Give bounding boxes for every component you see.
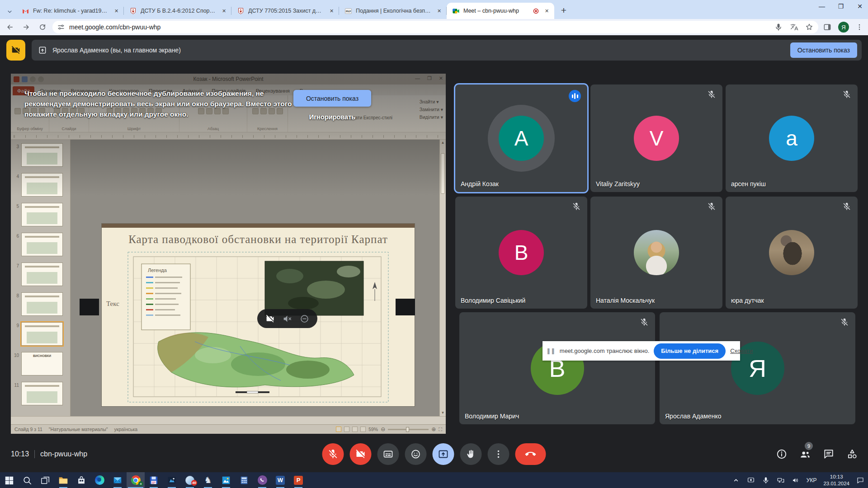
activities-button[interactable] (846, 448, 858, 460)
browser-tab[interactable]: Fw: Re: klimchuk - yarad1964@ ✕ (16, 3, 124, 19)
taskbar-mail-icon[interactable] (108, 472, 127, 488)
view-reading-icon[interactable] (352, 427, 358, 432)
participant-tile[interactable]: Я Ярослав Адаменко (660, 312, 855, 424)
address-bar[interactable]: meet.google.com/cbn-pwuu-whp (52, 21, 818, 33)
warning-ignore-button[interactable]: Игнорировать (293, 113, 371, 121)
browser-profile-avatar[interactable]: Я (838, 22, 849, 33)
slide-thumbnail[interactable]: 9 (13, 322, 67, 346)
maximize-button[interactable]: ❐ (837, 3, 844, 10)
voice-search-icon[interactable] (774, 23, 783, 32)
people-button[interactable]: 9 (799, 448, 811, 460)
participant-tile[interactable]: В Володимир Савіцький (455, 197, 587, 309)
zoom-slider[interactable] (388, 429, 429, 430)
participant-tile[interactable]: V Vitaliy Zaritskyy (590, 84, 722, 192)
participant-tile[interactable]: В Володимир Марич (459, 312, 655, 424)
browser-tab[interactable]: ДСТУ Б В.2.4-6:2012 Споруди ✕ (124, 3, 231, 19)
close-button[interactable]: ✕ (856, 3, 863, 10)
camera-off-icon[interactable] (265, 314, 275, 324)
vertical-scrollbar[interactable]: ▲▼ (439, 140, 446, 416)
pp-close-button[interactable]: ✕ (439, 75, 443, 81)
shared-screen-powerpoint[interactable]: Козак - Microsoft PowerPoint — ❐ ✕ ФайлО… (11, 74, 446, 434)
taskbar-word-icon[interactable]: W (271, 472, 289, 488)
browser-tab[interactable]: Meet – cbn-pwuu-whp ✕ (447, 3, 554, 19)
edit-command[interactable]: Замінити ▾ (420, 106, 443, 113)
taskbar-edge-icon[interactable] (90, 472, 108, 488)
reactions-button[interactable] (405, 443, 427, 465)
slide-thumbnails-panel[interactable]: 3 4 5 6 7 8 9 10 ВИСНОВКИ 11 (11, 140, 71, 416)
screen-record-tray-icon[interactable] (747, 476, 755, 484)
stop-sharing-button[interactable]: Більше не ділитися (654, 343, 726, 359)
horizontal-scrollbar[interactable] (11, 416, 446, 424)
tab-close-icon[interactable]: ✕ (328, 7, 335, 15)
stop-presenting-button[interactable]: Остановить показ (790, 42, 857, 58)
tray-expand-icon[interactable] (732, 476, 740, 484)
zoom-in-icon[interactable]: ⊕ (431, 426, 436, 432)
reload-icon[interactable] (36, 21, 49, 33)
side-panel-icon[interactable] (823, 23, 832, 32)
slide-thumbnail[interactable]: 6 (13, 233, 67, 256)
site-settings-icon[interactable] (57, 23, 65, 31)
view-sorter-icon[interactable] (344, 427, 349, 432)
meet-floating-controls[interactable] (257, 309, 317, 328)
remove-tile-icon[interactable] (300, 314, 309, 324)
browser-tab[interactable]: PKP Подання | Екологічна безпека ✕ (339, 3, 447, 19)
edit-command[interactable]: Знайти ▾ (420, 98, 443, 106)
forward-icon[interactable] (20, 21, 33, 33)
browser-tab[interactable]: ДСТУ 7705:2015 Захист довкіл. ✕ (231, 3, 339, 19)
language-indicator[interactable]: українська (114, 427, 138, 432)
action-center-icon[interactable] (856, 476, 864, 484)
end-call-button[interactable] (515, 443, 546, 465)
tab-close-icon[interactable]: ✕ (113, 7, 120, 15)
slide-thumbnail[interactable]: 10 ВИСНОВКИ (13, 352, 67, 375)
participant-tile[interactable]: А Андрій Козак (455, 84, 587, 192)
slide-thumbnail[interactable]: 11 (13, 382, 67, 405)
volume-off-icon[interactable] (283, 314, 292, 324)
participant-tile[interactable]: юра дутчак (726, 197, 858, 309)
minimize-button[interactable]: — (818, 3, 826, 10)
fit-slide-icon[interactable]: ⛶ (439, 427, 442, 432)
editing-commands[interactable]: Знайти ▾Замінити ▾Виділити ▾ (420, 98, 443, 121)
slide-thumbnail[interactable]: 4 (13, 173, 67, 197)
chat-button[interactable] (823, 448, 835, 460)
tab-search-icon[interactable] (3, 4, 16, 19)
taskbar-app-photos-icon[interactable] (217, 472, 235, 488)
taskbar-search-icon[interactable] (18, 472, 36, 488)
edit-command[interactable]: Виділити ▾ (420, 113, 443, 121)
microphone-tray-icon[interactable] (762, 476, 770, 484)
taskbar-app-floppy-icon[interactable] (145, 472, 163, 488)
slide-thumbnail[interactable]: 5 (13, 203, 67, 226)
taskbar-app-knight-icon[interactable]: ♞ (199, 472, 217, 488)
toast-hide-link[interactable]: Сховати (730, 347, 753, 354)
toast-drag-handle[interactable]: ❚❚ (546, 347, 555, 354)
mic-off-button[interactable] (322, 443, 344, 465)
raise-hand-button[interactable] (460, 443, 482, 465)
taskbar-file-explorer-icon[interactable] (54, 472, 72, 488)
new-tab-button[interactable]: + (557, 4, 571, 17)
taskbar-start-icon[interactable] (0, 472, 18, 488)
taskbar-app-badge-40-icon[interactable]: 40 (181, 472, 199, 488)
pp-maximize-button[interactable]: ❐ (427, 75, 432, 81)
taskbar-task-view-icon[interactable] (36, 472, 54, 488)
participant-tile[interactable]: Наталія Москальчук (590, 197, 722, 309)
zoom-controls[interactable]: 59% ⊖ ⊕ ⛶ (336, 426, 442, 432)
slide-thumbnail[interactable]: 8 (13, 292, 67, 316)
zoom-out-icon[interactable]: ⊖ (381, 426, 385, 432)
taskbar-app-dark-icon[interactable] (163, 472, 181, 488)
bookmark-star-icon[interactable] (805, 23, 814, 32)
language-indicator[interactable]: УКР (807, 477, 817, 483)
slide-thumbnail[interactable]: 3 (13, 143, 67, 167)
taskbar-viber-icon[interactable] (253, 472, 271, 488)
view-normal-icon[interactable] (336, 427, 341, 432)
present-button[interactable] (433, 443, 454, 465)
back-icon[interactable] (4, 21, 16, 33)
slide-thumbnail[interactable]: 7 (13, 263, 67, 286)
translate-icon[interactable] (789, 23, 798, 32)
tab-close-icon[interactable]: ✕ (435, 7, 443, 15)
taskbar-powerpoint-icon[interactable]: P (289, 472, 307, 488)
meeting-details-button[interactable] (776, 448, 788, 460)
taskbar-clock[interactable]: 10:13 23.01.2024 (823, 474, 849, 487)
tab-close-icon[interactable]: ✕ (220, 7, 228, 15)
participant-tile[interactable]: a арсен пукіш (726, 84, 858, 192)
tab-close-icon[interactable]: ✕ (543, 7, 551, 15)
taskbar-calculator-icon[interactable] (235, 472, 253, 488)
